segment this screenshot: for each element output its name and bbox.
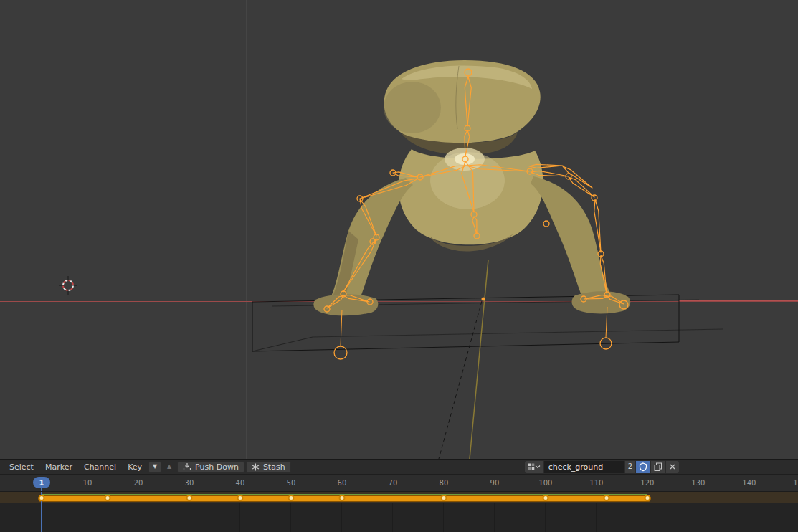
- frame-tick-label: 150: [793, 479, 798, 487]
- frame-tick-label: 10: [83, 479, 92, 487]
- 3d-cursor: [59, 276, 77, 295]
- push-down-label: Push Down: [195, 463, 239, 471]
- 3d-viewport[interactable]: [0, 0, 798, 459]
- frame-tick-label: 90: [490, 479, 500, 487]
- keyframe-dot[interactable]: [105, 495, 111, 501]
- object-origin-dot: [482, 298, 485, 301]
- timeline-ruler[interactable]: 1 102030405060708090100110120130140150: [0, 475, 798, 492]
- frame-tick-label: 50: [287, 479, 296, 487]
- keyframe-dot[interactable]: [542, 495, 548, 501]
- shield-icon: [639, 462, 647, 472]
- stash-icon: [252, 463, 260, 471]
- keyframe-dot[interactable]: [39, 495, 45, 501]
- menu-key[interactable]: Key: [123, 462, 147, 472]
- frame-tick-label: 30: [185, 479, 194, 487]
- unlink-action-button[interactable]: [666, 461, 679, 473]
- frame-tick-label: 60: [338, 479, 347, 487]
- current-frame-badge[interactable]: 1: [33, 477, 50, 488]
- dropdown-button[interactable]: ▼: [148, 461, 161, 473]
- 3d-viewport-canvas: [0, 0, 798, 459]
- stash-button[interactable]: Stash: [246, 461, 291, 473]
- duplicate-action-button[interactable]: [651, 461, 665, 473]
- action-datablock-selector: 2: [525, 461, 679, 473]
- push-down-button[interactable]: Push Down: [177, 461, 244, 473]
- creature-model[interactable]: [313, 60, 630, 315]
- frame-tick-label: 80: [440, 479, 449, 487]
- x-axis-line: [0, 301, 798, 302]
- frame-tick-label: 100: [538, 479, 552, 487]
- frame-tick-label: 70: [389, 479, 398, 487]
- frame-tick-label: 130: [691, 479, 705, 487]
- menu-channel[interactable]: Channel: [79, 462, 121, 472]
- keyframe-dot[interactable]: [644, 495, 650, 501]
- chevron-down-icon: [535, 465, 541, 469]
- stash-label: Stash: [263, 463, 285, 471]
- dopesheet-channel-area[interactable]: [0, 492, 798, 532]
- move-up-button[interactable]: ▲: [163, 461, 176, 473]
- close-icon: [669, 463, 676, 470]
- push-down-icon: [183, 462, 191, 471]
- keyframe-dot[interactable]: [186, 495, 192, 501]
- keyframe-dot[interactable]: [338, 495, 345, 501]
- action-icon: [528, 463, 535, 470]
- keyframe-dot[interactable]: [440, 495, 447, 501]
- action-editor-header: Select Marker Channel Key ▼ ▲ Push Down …: [0, 459, 798, 475]
- menu-marker[interactable]: Marker: [40, 462, 77, 472]
- keyframe-dot[interactable]: [288, 495, 294, 501]
- copy-icon: [654, 462, 662, 471]
- relationship-lines: [439, 260, 488, 459]
- fake-user-shield-toggle[interactable]: [636, 461, 650, 473]
- frame-tick-label: 120: [640, 479, 654, 487]
- keyframe-dot[interactable]: [237, 495, 243, 501]
- playhead-stem: [41, 488, 42, 491]
- frame-tick-label: 140: [742, 479, 756, 487]
- frame-tick-label: 20: [134, 479, 143, 487]
- frame-tick-label: 40: [236, 479, 245, 487]
- browse-action-button[interactable]: [525, 461, 543, 473]
- menu-select[interactable]: Select: [4, 462, 39, 472]
- action-name-input[interactable]: [544, 461, 624, 473]
- frame-tick-label: 110: [589, 479, 603, 487]
- keyframe-dot[interactable]: [604, 495, 610, 501]
- action-users-count-button[interactable]: 2: [625, 461, 635, 473]
